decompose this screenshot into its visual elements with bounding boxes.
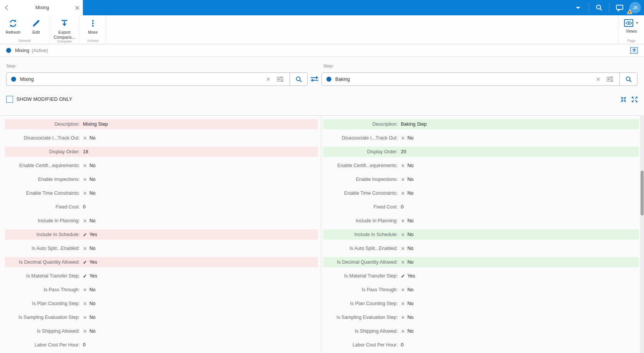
top-bar: Mixing JB	[0, 0, 644, 15]
value-text: No	[407, 177, 413, 182]
record-status-dot-icon	[6, 48, 11, 53]
value-text: No	[89, 315, 96, 320]
global-search-button[interactable]	[594, 2, 604, 13]
value-text: No	[89, 177, 96, 182]
no-x-icon: ✕	[401, 329, 405, 334]
compare-row: Is Pass Through:✕No	[5, 285, 318, 295]
no-x-icon: ✕	[83, 136, 87, 141]
expand-all-button[interactable]	[631, 96, 638, 103]
value-text: Yes	[89, 259, 97, 265]
field-label: Enable Time Constraints:	[5, 190, 80, 196]
field-label: Labor Cost Per Hour:	[5, 342, 80, 348]
appbar-dropdown-caret[interactable]	[576, 7, 580, 9]
field-value: ✕No	[401, 328, 413, 334]
avatar[interactable]: JB	[629, 2, 641, 13]
field-label: Include In Planning:	[323, 218, 398, 223]
value-text: No	[407, 246, 413, 251]
value-text: No	[407, 315, 413, 320]
edit-button[interactable]: Edit	[25, 15, 48, 39]
toolbar-group-general: Refresh Edit General	[0, 15, 49, 44]
compare-row: Labor Cost Per Hour:0	[323, 340, 639, 350]
value-text: No	[407, 232, 413, 237]
value-text: No	[407, 328, 413, 334]
field-label: Display Order:	[5, 149, 80, 154]
collapse-arrows-icon	[620, 96, 627, 103]
step-search-button-right[interactable]	[619, 73, 637, 85]
field-value: ✓Yes	[83, 259, 97, 265]
pencil-icon	[31, 19, 41, 28]
step-search-button-left[interactable]	[290, 73, 307, 85]
close-icon	[75, 6, 79, 10]
views-button-label: Views	[626, 29, 637, 33]
field-value: ✕No	[401, 177, 413, 182]
field-label: Is Plan Counting Step:	[5, 301, 80, 306]
no-x-icon: ✕	[401, 246, 405, 251]
compare-row: Fixed Cost:0	[5, 202, 318, 212]
toolbar-group-actions-buttons: More	[81, 15, 104, 39]
refresh-button[interactable]: Refresh	[2, 15, 25, 39]
value-text: Baking Step	[401, 121, 427, 127]
expand-arrows-icon	[631, 96, 638, 103]
vertical-scrollbar[interactable]	[640, 115, 644, 353]
compare-column-right: Description:Baking StepDisassociate I...…	[323, 119, 639, 353]
views-button[interactable]	[624, 15, 639, 27]
compare-row: Is Plan Counting Step:✕No	[323, 299, 639, 309]
compare-row: Is Decimal Quantity Allowed:✓Yes	[5, 257, 318, 267]
search-icon	[625, 76, 632, 83]
collapse-all-button[interactable]	[620, 96, 627, 103]
compare-row: Enable Time Constraints:✕No	[5, 188, 318, 198]
yes-check-icon: ✓	[401, 274, 405, 279]
value-text: No	[407, 135, 413, 141]
field-label: Is Material Transfer Step:	[323, 273, 398, 279]
back-button[interactable]	[0, 0, 13, 15]
field-value: ✕No	[83, 135, 96, 141]
show-modified-only-checkbox[interactable]	[6, 96, 13, 103]
no-x-icon: ✕	[83, 177, 87, 182]
field-label: Is Sampling Evaluation Step:	[5, 315, 80, 320]
step-combobox-left[interactable]: Mixing	[6, 72, 308, 86]
field-label: Enable Inspections:	[323, 177, 398, 182]
field-label: Include In Planning:	[5, 218, 80, 223]
field-label: Enable Inspections:	[5, 177, 80, 182]
no-x-icon: ✕	[401, 232, 405, 237]
export-comparison-button[interactable]: Export Comparis...	[51, 15, 78, 39]
messages-button[interactable]	[614, 2, 625, 13]
eye-icon	[626, 21, 632, 25]
value-text: No	[89, 163, 96, 168]
collapse-panel-button[interactable]	[630, 47, 638, 54]
field-label: Is Material Transfer Step:	[5, 273, 80, 279]
value-text: No	[407, 259, 413, 265]
step-field-label-left: Step:	[6, 64, 16, 68]
scrollbar-thumb[interactable]	[641, 171, 644, 215]
more-button[interactable]: More	[81, 15, 104, 39]
compare-row: Display Order:18	[5, 147, 318, 157]
field-value: ✕No	[83, 190, 96, 196]
refresh-button-label: Refresh	[6, 30, 21, 35]
views-dropdown-caret[interactable]	[636, 22, 639, 24]
step-dot-icon	[11, 77, 16, 82]
field-value: ✕No	[401, 163, 413, 168]
field-value: ✕No	[401, 315, 413, 320]
compare-row: Is Material Transfer Step:✓Yes	[5, 271, 318, 281]
clear-selection-button[interactable]	[596, 77, 600, 81]
filter-options-button[interactable]	[606, 76, 614, 82]
compare-row: Description:Mixing Step	[5, 119, 318, 129]
value-text: 18	[83, 149, 88, 154]
toolbar-group-label-actions: Actions	[87, 39, 99, 44]
export-download-icon	[60, 19, 69, 28]
swap-steps-button[interactable]	[310, 75, 319, 84]
compare-row: Enable Certifi...equirements:✕No	[5, 161, 318, 171]
value-text: 0	[401, 342, 404, 348]
field-label: Fixed Cost:	[323, 204, 398, 210]
step-combobox-right[interactable]: Baking	[321, 72, 637, 86]
record-status-badge: (Active)	[32, 48, 48, 53]
value-text: 20	[401, 149, 406, 154]
compare-row: Is Sampling Evaluation Step:✕No	[5, 312, 318, 322]
no-x-icon: ✕	[83, 218, 87, 223]
tab-close-button[interactable]	[71, 0, 83, 15]
value-text: No	[89, 246, 96, 251]
clear-selection-button[interactable]	[266, 77, 270, 81]
filter-options-button[interactable]	[276, 76, 284, 82]
field-label: Disassociate I...Track Out:	[323, 135, 398, 141]
field-label: Is Shipping Allowed:	[323, 328, 398, 334]
